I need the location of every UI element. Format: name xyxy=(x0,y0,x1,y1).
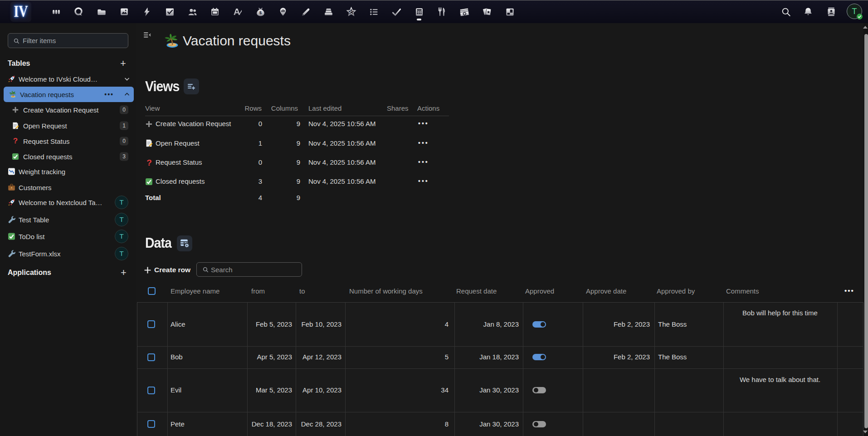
svg-text:$: $ xyxy=(259,10,262,15)
svg-text:C: C xyxy=(350,10,353,14)
